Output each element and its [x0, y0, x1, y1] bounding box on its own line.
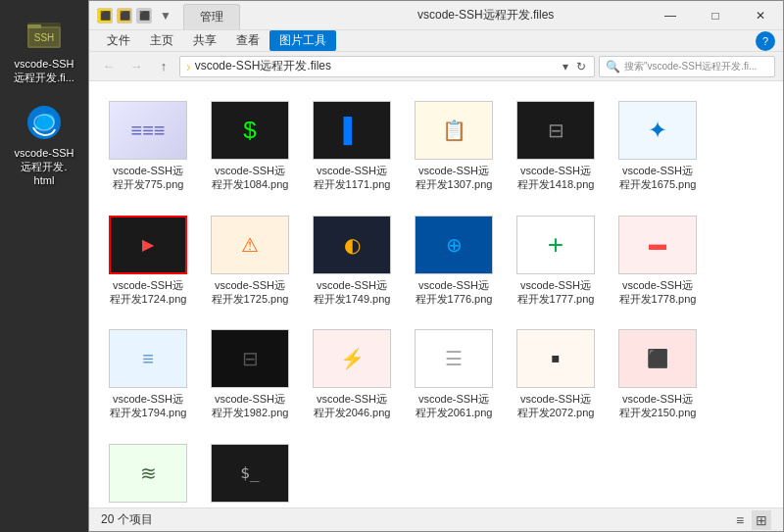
desktop-icon-label-vscode-files: vscode-SSH远程开发.fi... — [14, 57, 74, 85]
file-item-20[interactable]: vscode-SSH远 程开发2453.png — [207, 440, 293, 508]
view-list-button[interactable]: ≡ — [730, 510, 750, 530]
file-item-5[interactable]: vscode-SSH远 程开发1418.png — [513, 97, 599, 196]
content-area: vscode-SSH远 程开发775.pngvscode-SSH远 程开发108… — [89, 81, 783, 508]
address-bar[interactable]: › vscode-SSH远程开发.files ▾ ↻ — [179, 56, 595, 77]
file-label: vscode-SSH远 程开发1776.png — [416, 278, 493, 307]
file-item-1[interactable]: vscode-SSH远 程开发775.png — [105, 97, 191, 196]
file-thumbnail — [109, 216, 187, 274]
file-thumbnail — [313, 216, 391, 274]
file-thumbnail — [313, 329, 391, 388]
file-item-19[interactable]: vscode-SSH远 程开发2151.png — [105, 440, 191, 508]
view-buttons: ≡ ⊞ — [730, 510, 771, 530]
file-label: vscode-SSH远 程开发1982.png — [212, 392, 289, 420]
file-item-13[interactable]: vscode-SSH远 程开发1794.png — [105, 325, 191, 424]
file-label: vscode-SSH远 程开发1724.png — [110, 278, 187, 307]
file-thumbnail — [211, 329, 289, 388]
explorer-window: ⬛ ⬛ ⬛ ▼ 管理 vscode-SSH远程开发.files — □ ✕ 文件… — [88, 0, 784, 532]
address-dropdown[interactable]: ▾ — [561, 58, 570, 75]
file-thumbnail — [516, 329, 595, 388]
file-thumbnail — [618, 101, 697, 160]
menu-share[interactable]: 共享 — [183, 30, 226, 51]
svg-text:SSH: SSH — [34, 32, 55, 43]
file-label: vscode-SSH远 程开发1675.png — [619, 164, 697, 192]
folder-icon: SSH — [24, 14, 64, 53]
file-item-8[interactable]: vscode-SSH远 程开发1725.png — [207, 212, 293, 311]
file-item-6[interactable]: vscode-SSH远 程开发1675.png — [614, 97, 701, 196]
file-thumbnail — [415, 216, 493, 274]
help-button[interactable]: ? — [756, 31, 775, 51]
file-item-10[interactable]: vscode-SSH远 程开发1776.png — [411, 212, 497, 311]
quick-access-btn-3[interactable]: ⬛ — [136, 8, 152, 24]
file-item-18[interactable]: vscode-SSH远 程开发2150.png — [614, 325, 701, 424]
address-path: vscode-SSH远程开发.files — [195, 58, 557, 74]
file-thumbnail — [415, 101, 493, 160]
forward-button[interactable]: → — [124, 55, 148, 78]
file-label: vscode-SSH远 程开发1307.png — [416, 164, 493, 192]
back-button[interactable]: ← — [97, 55, 121, 78]
file-thumbnail — [618, 216, 697, 274]
menu-picture-tools[interactable]: 图片工具 — [270, 30, 336, 51]
file-item-15[interactable]: vscode-SSH远 程开发2046.png — [309, 325, 395, 424]
svg-rect-2 — [27, 24, 41, 28]
file-thumbnail — [516, 101, 595, 160]
file-item-2[interactable]: vscode-SSH远 程开发1084.png — [207, 97, 293, 196]
close-button[interactable]: ✕ — [738, 1, 783, 30]
file-label: vscode-SSH远 程开发2150.png — [619, 392, 697, 420]
toolbar: ← → ↑ › vscode-SSH远程开发.files ▾ ↻ 🔍 搜索"vs… — [89, 52, 783, 81]
file-thumbnail — [109, 101, 187, 160]
file-thumbnail — [516, 216, 595, 274]
edge-icon — [24, 103, 64, 142]
file-thumbnail — [313, 101, 391, 160]
quick-access-btn-2[interactable]: ⬛ — [117, 8, 132, 24]
file-label: vscode-SSH远 程开发1794.png — [110, 392, 187, 420]
file-item-14[interactable]: vscode-SSH远 程开发1982.png — [207, 325, 293, 424]
file-item-17[interactable]: vscode-SSH远 程开发2072.png — [513, 325, 599, 424]
file-label: vscode-SSH远 程开发1171.png — [314, 164, 391, 192]
title-bar-left: ⬛ ⬛ ⬛ ▼ — [89, 1, 179, 29]
up-button[interactable]: ↑ — [152, 55, 175, 78]
file-label: vscode-SSH远 程开发1749.png — [314, 278, 391, 307]
file-item-7[interactable]: vscode-SSH远 程开发1724.png — [105, 212, 191, 311]
file-label: vscode-SSH远 程开发1418.png — [517, 164, 595, 192]
menu-view[interactable]: 查看 — [226, 30, 270, 51]
file-label: vscode-SSH远 程开发2046.png — [314, 392, 391, 420]
file-label: vscode-SSH远 程开发1084.png — [212, 164, 289, 192]
file-label: vscode-SSH远 程开发775.png — [113, 164, 184, 192]
file-item-12[interactable]: vscode-SSH远 程开发1778.png — [614, 212, 701, 311]
tab-manage[interactable]: 管理 — [183, 4, 240, 29]
minimize-button[interactable]: — — [648, 1, 693, 30]
files-grid: vscode-SSH远 程开发775.pngvscode-SSH远 程开发108… — [89, 81, 783, 508]
file-thumbnail — [109, 444, 187, 503]
menu-bar: 文件 主页 共享 查看 图片工具 ? — [89, 30, 783, 52]
file-label: vscode-SSH远 程开发2072.png — [517, 392, 595, 420]
title-bar: ⬛ ⬛ ⬛ ▼ 管理 vscode-SSH远程开发.files — □ ✕ — [89, 1, 783, 30]
file-thumbnail — [415, 329, 493, 388]
file-item-4[interactable]: vscode-SSH远 程开发1307.png — [411, 97, 497, 196]
item-count: 20 个项目 — [101, 511, 153, 528]
refresh-button[interactable]: ↻ — [574, 58, 588, 75]
desktop-icon-vscode-html[interactable]: vscode-SSH远程开发.html — [5, 99, 83, 192]
file-label: vscode-SSH远 程开发1777.png — [517, 278, 595, 307]
quick-access-down[interactable]: ▼ — [160, 9, 172, 23]
maximize-button[interactable]: □ — [693, 1, 738, 30]
file-item-16[interactable]: vscode-SSH远 程开发2061.png — [411, 325, 497, 424]
desktop-sidebar: SSH vscode-SSH远程开发.fi... vscode-SSH远程开发.… — [0, 0, 88, 532]
menu-home[interactable]: 主页 — [140, 30, 183, 51]
file-item-3[interactable]: vscode-SSH远 程开发1171.png — [309, 97, 395, 196]
file-label: vscode-SSH远 程开发2061.png — [416, 392, 493, 420]
file-label: vscode-SSH远 程开发1725.png — [212, 278, 289, 307]
file-thumbnail — [211, 101, 289, 160]
desktop-icon-vscode-files[interactable]: SSH vscode-SSH远程开发.fi... — [5, 10, 83, 89]
file-label: vscode-SSH远 程开发1778.png — [619, 278, 697, 307]
file-item-9[interactable]: vscode-SSH远 程开发1749.png — [309, 212, 395, 311]
file-thumbnail — [211, 444, 289, 503]
file-item-11[interactable]: vscode-SSH远 程开发1777.png — [513, 212, 599, 311]
quick-access-btn-1[interactable]: ⬛ — [97, 8, 113, 24]
view-grid-button[interactable]: ⊞ — [752, 510, 771, 530]
window-controls: — □ ✕ — [648, 1, 783, 29]
search-placeholder: 搜索"vscode-SSH远程开发.fi... — [624, 60, 757, 73]
menu-file[interactable]: 文件 — [97, 30, 140, 51]
title-tabs: 管理 — [179, 1, 398, 29]
search-box[interactable]: 🔍 搜索"vscode-SSH远程开发.fi... — [599, 56, 775, 77]
search-icon: 🔍 — [606, 60, 620, 73]
